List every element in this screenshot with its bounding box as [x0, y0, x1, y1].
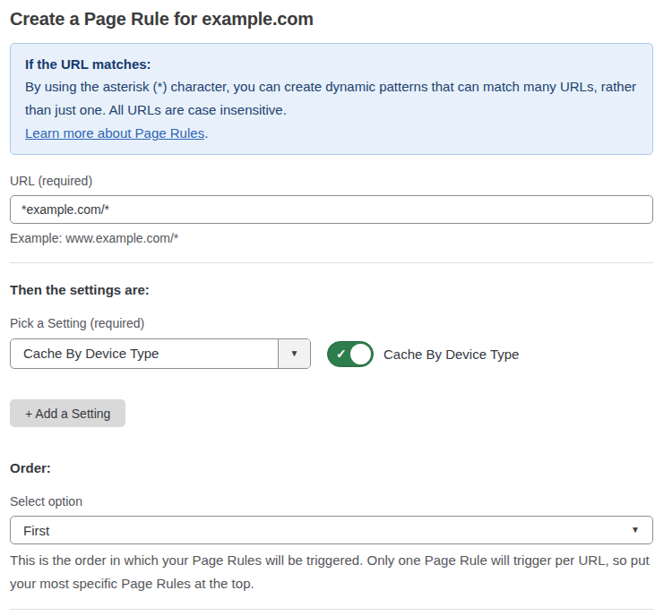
order-heading: Order: — [10, 460, 653, 475]
info-box-link-line: Learn more about Page Rules. — [25, 122, 638, 144]
pick-setting-label: Pick a Setting (required) — [10, 316, 653, 330]
order-select-value: First — [23, 523, 49, 538]
setting-select[interactable]: Cache By Device Type ▼ — [10, 338, 311, 369]
url-example-helper: Example: www.example.com/* — [10, 231, 653, 245]
settings-heading: Then the settings are: — [10, 282, 653, 297]
order-select[interactable]: First ▼ — [10, 516, 653, 544]
info-box-heading: If the URL matches: — [25, 53, 638, 75]
url-label: URL (required) — [10, 174, 653, 188]
create-page-rule-form: Create a Page Rule for example.com If th… — [0, 0, 672, 616]
order-helper: This is the order in which your Page Rul… — [10, 549, 653, 595]
setting-select-arrow-button[interactable]: ▼ — [278, 339, 310, 368]
info-box-body: By using the asterisk (*) character, you… — [25, 75, 638, 122]
add-setting-button[interactable]: + Add a Setting — [10, 399, 125, 427]
select-option-label: Select option — [10, 494, 653, 509]
chevron-down-icon: ▼ — [631, 526, 640, 535]
setting-toggle[interactable]: ✓ — [327, 341, 374, 367]
toggle-knob — [350, 344, 371, 364]
check-icon: ✓ — [336, 346, 347, 361]
setting-toggle-label: Cache By Device Type — [383, 346, 519, 362]
learn-more-link[interactable]: Learn more about Page Rules — [25, 125, 204, 141]
setting-select-value: Cache By Device Type — [11, 339, 278, 368]
page-title: Create a Page Rule for example.com — [10, 9, 653, 30]
chevron-down-icon: ▼ — [290, 349, 299, 358]
footer-divider — [10, 609, 653, 610]
section-divider — [10, 262, 653, 263]
setting-row: Cache By Device Type ▼ ✓ Cache By Device… — [10, 338, 653, 369]
url-input[interactable] — [10, 195, 653, 224]
url-match-info-box: If the URL matches: By using the asteris… — [10, 43, 653, 155]
link-period: . — [204, 125, 208, 141]
